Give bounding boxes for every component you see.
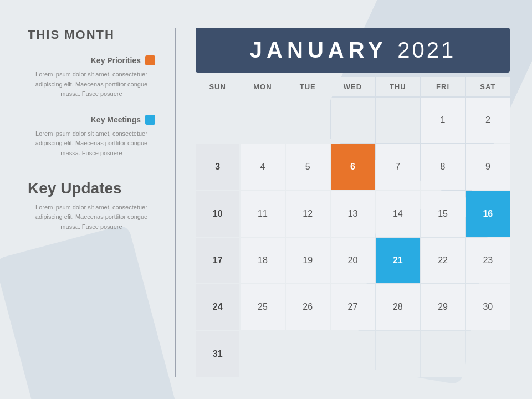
calendar-title: JANUARY 2021: [250, 38, 456, 62]
day-header-wed: WED: [331, 77, 375, 96]
day-30: 30: [466, 284, 510, 330]
key-priorities-label: Key Priorities: [91, 56, 141, 65]
day-1: 1: [421, 98, 464, 143]
day-4: 4: [241, 144, 284, 190]
day-27: 27: [331, 284, 375, 330]
day-31: 31: [196, 331, 239, 377]
day-20: 20: [331, 238, 375, 283]
day-29: 29: [421, 284, 464, 330]
day-empty: [241, 331, 284, 377]
day-8: 8: [421, 144, 464, 190]
calendar-year: 2021: [397, 38, 456, 62]
day-7: 7: [376, 144, 420, 190]
calendar-section: JANUARY 2021 SUN MON TUE WED THU FRI SAT…: [196, 28, 510, 377]
vertical-divider: [175, 28, 176, 377]
day-empty: [196, 98, 239, 143]
calendar-header: JANUARY 2021: [196, 28, 510, 73]
day-18: 18: [241, 238, 284, 283]
day-empty: [331, 98, 375, 143]
day-2: 2: [466, 98, 510, 143]
sidebar-title: THIS MONTH: [28, 28, 155, 42]
day-empty: [286, 331, 330, 377]
key-priorities-header: Key Priorities: [28, 55, 155, 65]
day-25: 25: [241, 284, 284, 330]
day-9: 9: [466, 144, 510, 190]
day-header-fri: FRI: [421, 77, 464, 96]
key-priorities-dot: [145, 55, 155, 65]
day-empty: [421, 331, 464, 377]
day-header-sat: SAT: [466, 77, 510, 96]
day-16: 16: [466, 191, 510, 237]
key-priorities-text: Lorem ipsum dolor sit amet, consectetuer…: [28, 70, 155, 99]
day-19: 19: [286, 238, 330, 283]
main-container: THIS MONTH Key Priorities Lorem ipsum do…: [0, 0, 532, 399]
day-17: 17: [196, 238, 239, 283]
day-header-thu: THU: [376, 77, 420, 96]
calendar-month: JANUARY: [250, 38, 387, 62]
day-empty: [376, 331, 420, 377]
day-26: 26: [286, 284, 330, 330]
day-14: 14: [376, 191, 420, 237]
day-empty: [466, 331, 510, 377]
day-header-tue: TUE: [286, 77, 330, 96]
day-empty: [376, 98, 420, 143]
day-empty: [331, 331, 375, 377]
key-meetings-header: Key Meetings: [28, 115, 155, 125]
day-header-sun: SUN: [196, 77, 239, 96]
day-23: 23: [466, 238, 510, 283]
day-11: 11: [241, 191, 284, 237]
day-3: 3: [196, 144, 239, 190]
day-21: 21: [376, 238, 420, 283]
day-22: 22: [421, 238, 464, 283]
day-empty: [241, 98, 284, 143]
day-header-mon: MON: [241, 77, 284, 96]
day-24: 24: [196, 284, 239, 330]
key-updates-title: Key Updates: [28, 180, 155, 197]
day-6: 6: [331, 144, 375, 190]
calendar-grid: SUN MON TUE WED THU FRI SAT 1 2 3 4 5 6 …: [196, 77, 510, 377]
key-meetings-label: Key Meetings: [91, 115, 141, 124]
sidebar: THIS MONTH Key Priorities Lorem ipsum do…: [28, 28, 155, 377]
key-updates-text: Lorem ipsum dolor sit amet, consectetuer…: [28, 203, 155, 232]
day-13: 13: [331, 191, 375, 237]
day-28: 28: [376, 284, 420, 330]
day-5: 5: [286, 144, 330, 190]
key-meetings-text: Lorem ipsum dolor sit amet, consectetuer…: [28, 129, 155, 158]
key-meetings-dot: [145, 115, 155, 125]
day-10: 10: [196, 191, 239, 237]
day-empty: [286, 98, 330, 143]
day-15: 15: [421, 191, 464, 237]
day-12: 12: [286, 191, 330, 237]
